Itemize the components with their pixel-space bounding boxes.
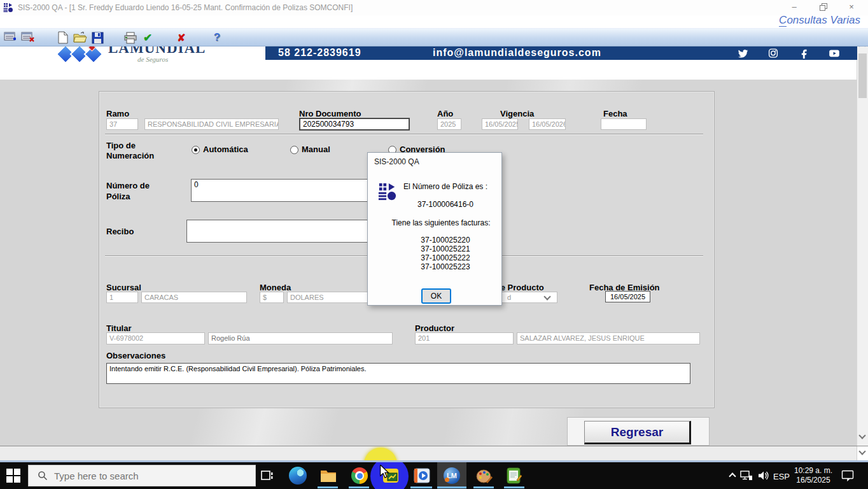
moneda-label: Moneda	[260, 283, 291, 292]
youtube-icon[interactable]	[828, 48, 841, 59]
anio-field[interactable]: 2025	[437, 118, 461, 130]
new-document-icon	[57, 31, 69, 44]
start-button[interactable]	[6, 469, 20, 483]
tipo-numeracion-label: Tipo de Numeración	[106, 141, 165, 161]
dialog-invoice-item: 37-100025223	[392, 262, 499, 271]
network-icon[interactable]	[740, 471, 753, 481]
scrollbar-thumb[interactable]	[858, 53, 867, 98]
taskbar: LM	[0, 462, 868, 489]
ramo-label: Ramo	[106, 109, 129, 118]
chrome-icon[interactable]	[351, 467, 368, 484]
help-button[interactable]: ?	[209, 30, 225, 45]
paint-icon[interactable]	[476, 468, 493, 486]
save-button[interactable]	[89, 30, 106, 45]
search-input[interactable]	[54, 471, 232, 481]
fecha-emision-field[interactable]: 16/05/2025	[605, 291, 650, 302]
regresar-button[interactable]: Regresar	[584, 421, 691, 444]
toolbar: ✔ ✘ ?	[0, 28, 868, 46]
action-center-icon[interactable]	[841, 470, 854, 481]
phone-number: 58 212-2839619	[278, 47, 361, 59]
radio-automatica-label[interactable]: Automática	[203, 145, 248, 154]
ok-button[interactable]: OK	[421, 288, 451, 304]
sucursal-code-field[interactable]: 1	[106, 292, 138, 303]
cancel-button[interactable]: ✘	[173, 30, 190, 45]
radio-manual[interactable]	[290, 146, 298, 154]
running-indicator	[504, 486, 524, 488]
red-x-icon: ✘	[177, 32, 185, 44]
scroll-down-icon[interactable]	[858, 432, 865, 439]
ramo-name-field[interactable]: RESPONSABILIDAD CIVIL EMPRESARIAL	[144, 118, 279, 130]
media-player-icon[interactable]	[414, 468, 430, 486]
anio-label: Año	[437, 109, 453, 118]
radio-automatica[interactable]	[192, 146, 200, 154]
running-indicator	[318, 486, 338, 488]
ramo-code-field[interactable]: 37	[106, 118, 138, 130]
chevron-down-icon[interactable]	[858, 448, 865, 455]
facebook-icon[interactable]	[798, 48, 811, 59]
close-button[interactable]: ×	[842, 1, 861, 13]
notes-app-icon[interactable]	[507, 467, 522, 486]
taskbar-search[interactable]	[28, 465, 256, 486]
clock-time: 10:29 a. m.	[793, 466, 834, 476]
policy-dialog: SIS-2000 QA El Número de Póliza es : 37-…	[367, 152, 502, 306]
menu-consultas-varias[interactable]: Consultas Varias	[779, 14, 860, 27]
la-mundial-logo: LAMUNDIAL de Seguros	[56, 45, 260, 76]
tray-expand-icon[interactable]	[729, 472, 736, 479]
file-explorer-icon[interactable]	[320, 468, 337, 486]
vigencia-hasta-field[interactable]: 16/05/2026	[529, 118, 566, 130]
nro-documento-field[interactable]: 202500034793	[299, 118, 410, 131]
vertical-scrollbar[interactable]	[857, 38, 868, 446]
clock[interactable]: 10:29 a. m. 16/5/2025	[793, 466, 834, 485]
numero-poliza-label: Número de Póliza	[106, 180, 167, 202]
save-floppy-icon	[92, 32, 104, 44]
open-file-button[interactable]	[72, 30, 88, 45]
check-icon: ✔	[143, 31, 152, 45]
print-button[interactable]	[122, 30, 139, 45]
task-view-icon[interactable]	[259, 468, 274, 483]
new-document-button[interactable]	[55, 30, 71, 45]
minimize-button[interactable]: –	[785, 1, 804, 13]
regresar-panel: Regresar	[567, 417, 710, 446]
windows-logo-icon	[6, 469, 20, 483]
window-titlebar: SIS-2000 QA - [1 Sr. Freddy Eduardo Lien…	[0, 0, 868, 15]
recibo-label: Recibo	[106, 227, 134, 236]
sucursal-label: Sucursal	[106, 283, 141, 292]
la-mundial-app-active[interactable]: LM	[437, 462, 466, 489]
nro-documento-label: Nro Documento	[299, 109, 361, 118]
radio-manual-label[interactable]: Manual	[302, 145, 330, 154]
confirm-button[interactable]: ✔	[139, 30, 156, 45]
moneda-code-field[interactable]: $	[260, 292, 284, 303]
restore-button[interactable]	[814, 1, 833, 13]
fecha-field[interactable]	[601, 118, 647, 130]
status-bar	[0, 446, 868, 462]
running-indicator	[473, 486, 494, 488]
window-title: SIS-2000 QA - [1 Sr. Freddy Eduardo Lien…	[18, 3, 353, 12]
mouse-cursor	[379, 465, 391, 479]
sucursal-name-field[interactable]: CARACAS	[141, 292, 247, 303]
dropdown-cell[interactable]	[857, 446, 868, 461]
speaker-icon[interactable]	[758, 471, 769, 481]
delete-record-button[interactable]	[20, 30, 36, 45]
productor-label: Productor	[415, 323, 454, 333]
instagram-icon[interactable]	[767, 48, 780, 59]
twitter-icon[interactable]	[736, 48, 749, 59]
help-icon: ?	[214, 31, 220, 44]
language-indicator[interactable]: ESP	[773, 472, 790, 481]
click-indicator-yellow	[364, 448, 397, 462]
titular-label: Titular	[106, 323, 132, 333]
vigencia-desde-field[interactable]: 16/05/2025	[482, 118, 518, 130]
running-indicator	[437, 486, 466, 488]
titular-code-field[interactable]: V-6978002	[106, 332, 205, 344]
titular-name-field[interactable]: Rogelio Rúa	[208, 332, 393, 344]
edge-icon[interactable]	[289, 467, 307, 485]
add-record-button[interactable]	[3, 30, 19, 45]
menu-bar: Consultas Varias	[0, 15, 868, 28]
delete-record-icon	[21, 31, 35, 44]
fecha-label: Fecha	[603, 109, 627, 118]
observaciones-textarea[interactable]	[106, 363, 690, 384]
productor-code-field[interactable]: 201	[415, 332, 514, 344]
la-mundial-app-icon: LM	[444, 467, 460, 484]
productor-name-field[interactable]: SALAZAR ALVAREZ, JESUS ENRIQUE	[517, 332, 700, 344]
email-address: info@lamundialdeseguros.com	[433, 47, 601, 59]
logo-subtext: de Seguros	[137, 55, 168, 63]
